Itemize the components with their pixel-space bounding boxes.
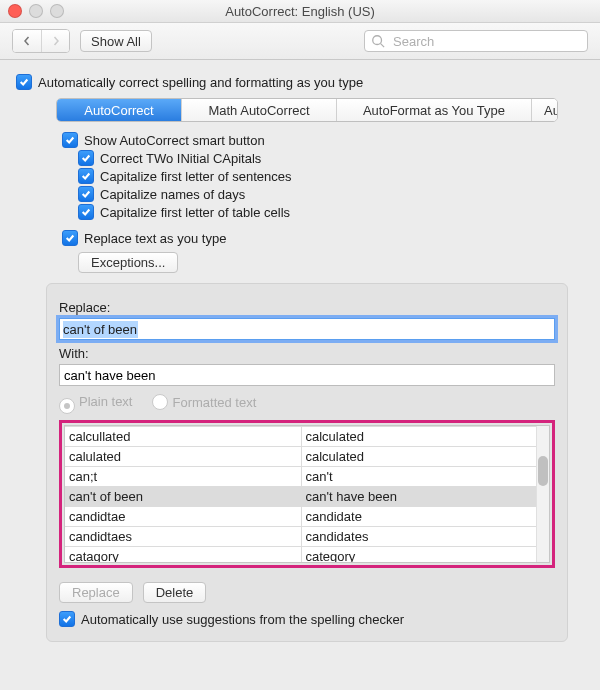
replace-as-type-label: Replace text as you type — [84, 231, 226, 246]
plain-text-radio: Plain text — [59, 394, 132, 414]
show-smart-button-label: Show AutoCorrect smart button — [84, 133, 265, 148]
checkbox-icon[interactable] — [78, 204, 94, 220]
first-letter-sentence-row[interactable]: Capitalize first letter of sentences — [78, 168, 584, 184]
toolbar: Show All — [0, 23, 600, 60]
auto-correct-typing-label: Automatically correct spelling and forma… — [38, 75, 363, 90]
replacements-list[interactable]: calcullatedcalculatedcalulatedcalculated… — [64, 425, 550, 563]
names-of-days-label: Capitalize names of days — [100, 187, 245, 202]
table-cell-to: candidate — [301, 507, 537, 527]
names-of-days-row[interactable]: Capitalize names of days — [78, 186, 584, 202]
checkbox-icon[interactable] — [62, 132, 78, 148]
tab-autoformat[interactable]: AutoFormat as You Type — [337, 99, 532, 121]
first-letter-table-label: Capitalize first letter of table cells — [100, 205, 290, 220]
replace-button: Replace — [59, 582, 133, 603]
two-initial-caps-row[interactable]: Correct TWo INitial CApitals — [78, 150, 584, 166]
delete-button[interactable]: Delete — [143, 582, 207, 603]
window-controls — [8, 4, 64, 18]
tab-math-autocorrect[interactable]: Math AutoCorrect — [182, 99, 337, 121]
window: AutoCorrect: English (US) Show All Autom… — [0, 0, 600, 690]
with-input[interactable] — [59, 364, 555, 386]
checkbox-icon[interactable] — [62, 230, 78, 246]
table-row[interactable]: calulatedcalculated — [65, 447, 537, 467]
checkbox-icon[interactable] — [16, 74, 32, 90]
checkbox-icon[interactable] — [78, 168, 94, 184]
auto-correct-typing-row[interactable]: Automatically correct spelling and forma… — [16, 74, 584, 90]
nav-back-button[interactable] — [13, 30, 41, 52]
format-radio-group: Plain text Formatted text — [59, 394, 555, 414]
table-cell-from: candidtae — [65, 507, 301, 527]
table-cell-from: catagory — [65, 547, 301, 563]
table-cell-from: candidtaes — [65, 527, 301, 547]
table-cell-to: can't — [301, 467, 537, 487]
radio-icon — [152, 394, 168, 410]
table-row[interactable]: candidtaecandidate — [65, 507, 537, 527]
window-title: AutoCorrect: English (US) — [225, 4, 375, 19]
search-icon — [371, 34, 385, 48]
table-cell-from: can;t — [65, 467, 301, 487]
nav-forward-button[interactable] — [41, 30, 69, 52]
replacements-highlight: calcullatedcalculatedcalulatedcalculated… — [59, 420, 555, 568]
sub-options: Show AutoCorrect smart button Correct TW… — [38, 132, 584, 273]
table-cell-to: calculated — [301, 447, 537, 467]
replacements-table: calcullatedcalculatedcalulatedcalculated… — [65, 426, 537, 562]
table-row[interactable]: can;tcan't — [65, 467, 537, 487]
table-cell-from: calulated — [65, 447, 301, 467]
titlebar: AutoCorrect: English (US) — [0, 0, 600, 23]
auto-suggest-label: Automatically use suggestions from the s… — [81, 612, 404, 627]
show-all-button[interactable]: Show All — [80, 30, 152, 52]
tabs: AutoCorrect Math AutoCorrect AutoFormat … — [56, 98, 558, 122]
replace-as-type-row[interactable]: Replace text as you type — [62, 230, 584, 246]
action-row: Replace Delete — [59, 582, 555, 603]
show-smart-button-row[interactable]: Show AutoCorrect smart button — [62, 132, 584, 148]
content: Automatically correct spelling and forma… — [0, 60, 600, 658]
replace-input-value: can't of been — [63, 321, 138, 338]
with-label: With: — [59, 346, 555, 361]
chevron-right-icon — [51, 36, 61, 46]
scrollbar-thumb[interactable] — [538, 456, 548, 486]
radio-icon — [59, 398, 75, 414]
table-cell-to: candidates — [301, 527, 537, 547]
table-row[interactable]: candidtaescandidates — [65, 527, 537, 547]
scrollbar[interactable] — [536, 426, 549, 562]
table-cell-from: calcullated — [65, 427, 301, 447]
zoom-icon — [50, 4, 64, 18]
checkbox-icon[interactable] — [78, 150, 94, 166]
replace-panel: Replace: can't of been With: Plain text … — [46, 283, 568, 642]
minimize-icon — [29, 4, 43, 18]
svg-line-1 — [381, 44, 385, 48]
table-cell-to: can't have been — [301, 487, 537, 507]
table-cell-to: category — [301, 547, 537, 563]
formatted-text-radio: Formatted text — [152, 394, 256, 414]
close-icon[interactable] — [8, 4, 22, 18]
checkbox-icon[interactable] — [78, 186, 94, 202]
replace-label: Replace: — [59, 300, 555, 315]
table-row[interactable]: calcullatedcalculated — [65, 427, 537, 447]
replace-input[interactable]: can't of been — [59, 318, 555, 340]
exceptions-button[interactable]: Exceptions... — [78, 252, 178, 273]
nav-back-forward — [12, 29, 70, 53]
table-row[interactable]: catagorycategory — [65, 547, 537, 563]
search-box[interactable] — [364, 30, 588, 52]
chevron-left-icon — [22, 36, 32, 46]
two-initial-caps-label: Correct TWo INitial CApitals — [100, 151, 261, 166]
first-letter-table-row[interactable]: Capitalize first letter of table cells — [78, 204, 584, 220]
table-cell-to: calculated — [301, 427, 537, 447]
checkbox-icon[interactable] — [59, 611, 75, 627]
first-letter-sentence-label: Capitalize first letter of sentences — [100, 169, 291, 184]
table-row[interactable]: can't of beencan't have been — [65, 487, 537, 507]
auto-suggest-row[interactable]: Automatically use suggestions from the s… — [59, 611, 555, 627]
table-cell-from: can't of been — [65, 487, 301, 507]
tab-autocorrect[interactable]: AutoCorrect — [57, 99, 182, 121]
search-input[interactable] — [391, 33, 581, 50]
tab-autotext[interactable]: AutoText — [532, 99, 558, 121]
svg-point-0 — [373, 36, 382, 45]
